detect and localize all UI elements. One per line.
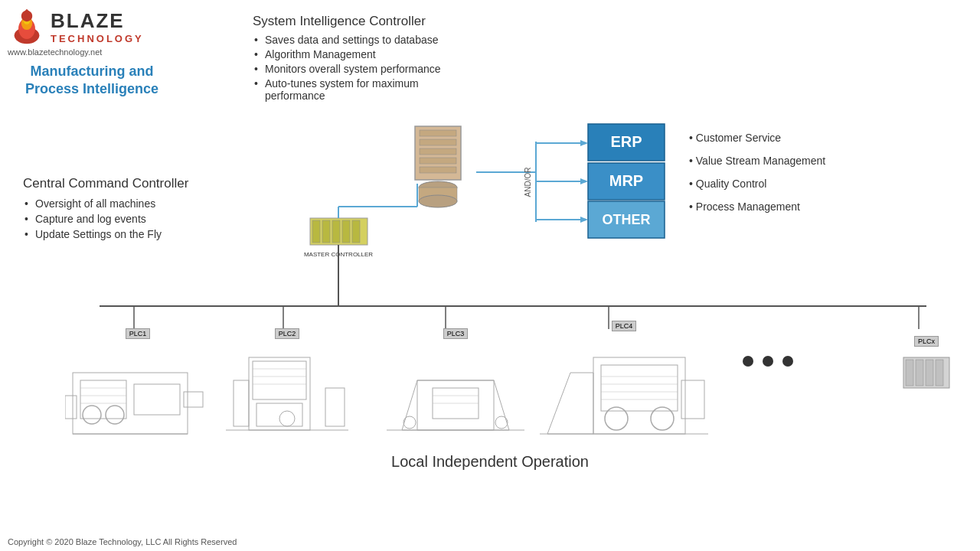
svg-point-44 — [83, 406, 101, 424]
machine-3: PLC3 — [383, 325, 528, 445]
svg-rect-85 — [926, 360, 933, 386]
logo-text-block: BLAZE TECHNOLOGY — [51, 9, 144, 44]
ccc-item-2: Capture and log events — [23, 213, 260, 225]
sic-list: Saves data and settings to database Algo… — [253, 34, 559, 102]
header: BLAZE TECHNOLOGY www.blazetechnology.net… — [8, 8, 176, 99]
erp-label: ERP — [610, 133, 642, 150]
machine-2: PLC2 — [218, 325, 356, 445]
master-controller-label: MASTER CONTROLLER — [304, 251, 373, 258]
svg-rect-55 — [256, 403, 302, 426]
svg-rect-23 — [588, 124, 665, 161]
sic-item-4: Auto-tunes system for maximumperformance — [253, 77, 559, 102]
svg-rect-27 — [312, 220, 320, 243]
svg-rect-13 — [419, 187, 457, 201]
svg-rect-6 — [415, 126, 461, 180]
plc3-label: PLC3 — [443, 328, 469, 339]
footer: Copyright © 2020 Blaze Technology, LLC A… — [8, 537, 237, 546]
bullet-customer-service: • Customer Service — [689, 132, 781, 144]
svg-rect-10 — [420, 158, 456, 164]
svg-rect-58 — [325, 388, 345, 426]
company-tagline: Manufacturing and Process Intelligence — [8, 63, 176, 99]
sic-item-2: Algorithm Management — [253, 48, 559, 60]
logo-technology-text: TECHNOLOGY — [51, 33, 144, 44]
svg-point-45 — [106, 406, 124, 424]
svg-rect-8 — [420, 139, 456, 145]
svg-rect-43 — [80, 380, 126, 419]
svg-marker-22 — [580, 217, 588, 223]
svg-point-12 — [419, 181, 457, 194]
svg-rect-54 — [253, 361, 306, 399]
svg-rect-48 — [65, 396, 77, 419]
plc1-label: PLC1 — [126, 328, 151, 339]
svg-rect-7 — [420, 130, 456, 136]
svg-rect-26 — [310, 218, 368, 245]
sic-title: System Intelligence Controller — [253, 14, 559, 29]
and-or-label: AND/OR — [524, 168, 532, 197]
svg-rect-11 — [420, 167, 456, 173]
svg-point-14 — [419, 195, 457, 207]
svg-rect-49 — [184, 392, 203, 407]
svg-rect-86 — [936, 360, 943, 386]
blaze-logo-icon — [8, 8, 46, 46]
svg-marker-5 — [23, 9, 31, 13]
svg-marker-20 — [580, 140, 588, 146]
bullet-value-stream: • Value Stream Management — [689, 155, 825, 167]
plcx-label: PLCx — [914, 336, 939, 347]
sic-item-3: Monitors overall system performance — [253, 63, 559, 75]
machine-1-svg — [65, 342, 211, 442]
sic-item-1: Saves data and settings to database — [253, 34, 559, 46]
machine-1: PLC1 — [61, 325, 214, 445]
machines-section: PLC1 PLC2 — [15, 318, 965, 471]
svg-rect-57 — [234, 380, 249, 426]
machine-2-svg — [226, 342, 348, 442]
bullet-quality-control: • Quality Control — [689, 178, 766, 190]
ccc-title: Central Command Controller — [23, 176, 260, 191]
svg-rect-25 — [588, 201, 665, 238]
logo-row: BLAZE TECHNOLOGY — [8, 8, 144, 46]
svg-rect-9 — [420, 148, 456, 155]
ccc-block: Central Command Controller Oversight of … — [23, 176, 260, 243]
svg-rect-73 — [601, 365, 678, 411]
svg-rect-83 — [906, 360, 913, 386]
svg-rect-31 — [352, 220, 360, 243]
mrp-label: MRP — [609, 172, 643, 189]
sic-block: System Intelligence Controller Saves dat… — [253, 14, 559, 104]
svg-point-70 — [495, 416, 508, 429]
svg-rect-24 — [588, 163, 665, 200]
svg-rect-30 — [342, 220, 350, 243]
svg-rect-71 — [593, 357, 685, 434]
logo-blaze-text: BLAZE — [51, 9, 144, 33]
machine-4: PLC4 — [536, 318, 712, 445]
logo-url: www.blazetechnology.net — [8, 47, 102, 57]
svg-rect-46 — [134, 384, 180, 415]
ccc-item-1: Oversight of all machines — [23, 197, 260, 210]
plc4-label: PLC4 — [612, 321, 637, 331]
svg-point-69 — [403, 416, 416, 429]
svg-rect-28 — [322, 220, 330, 243]
svg-marker-72 — [547, 373, 593, 434]
machine-plcx: PLCx — [896, 333, 957, 399]
machine-plcx-svg — [900, 350, 953, 396]
ccc-list: Oversight of all machines Capture and lo… — [23, 197, 260, 240]
bullet-process-mgmt: • Process Management — [689, 201, 800, 213]
other-label: OTHER — [603, 212, 651, 227]
svg-rect-84 — [916, 360, 923, 386]
machine-4-svg — [540, 334, 708, 442]
local-op-label: Local Independent Operation — [391, 453, 589, 471]
machine-3-svg — [387, 342, 524, 442]
ccc-item-3: Update Settings on the Fly — [23, 228, 260, 240]
svg-marker-21 — [580, 178, 588, 184]
plc2-label: PLC2 — [275, 328, 300, 339]
svg-point-62 — [279, 411, 295, 426]
svg-rect-29 — [332, 220, 340, 243]
more-machines-dots — [743, 356, 793, 367]
